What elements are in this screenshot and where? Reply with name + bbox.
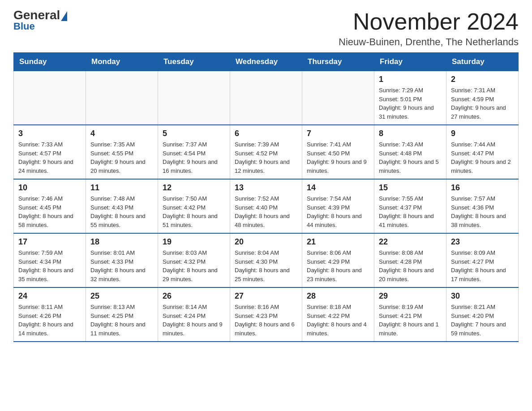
day-info: Sunrise: 7:55 AMSunset: 4:37 PMDaylight:…: [379, 194, 442, 229]
day-info: Sunrise: 7:29 AMSunset: 5:01 PMDaylight:…: [379, 86, 442, 121]
calendar-cell: [158, 71, 230, 125]
day-number: 18: [90, 237, 153, 247]
weekday-header-thursday: Thursday: [302, 53, 374, 71]
day-info: Sunrise: 8:21 AMSunset: 4:20 PMDaylight:…: [451, 303, 514, 338]
day-number: 20: [235, 237, 297, 247]
weekday-header-tuesday: Tuesday: [158, 53, 230, 71]
calendar-week-row: 17Sunrise: 7:59 AMSunset: 4:34 PMDayligh…: [14, 233, 519, 287]
calendar-cell: 3Sunrise: 7:33 AMSunset: 4:57 PMDaylight…: [14, 125, 86, 179]
day-number: 12: [163, 183, 225, 193]
calendar-cell: 18Sunrise: 8:01 AMSunset: 4:33 PMDayligh…: [86, 233, 158, 287]
day-info: Sunrise: 8:03 AMSunset: 4:32 PMDaylight:…: [163, 248, 225, 283]
day-number: 7: [307, 129, 369, 138]
calendar-cell: 8Sunrise: 7:43 AMSunset: 4:48 PMDaylight…: [374, 125, 446, 179]
day-info: Sunrise: 7:46 AMSunset: 4:45 PMDaylight:…: [18, 194, 81, 229]
calendar-cell: 2Sunrise: 7:31 AMSunset: 4:59 PMDaylight…: [446, 71, 519, 125]
day-info: Sunrise: 8:09 AMSunset: 4:27 PMDaylight:…: [451, 248, 514, 283]
day-number: 15: [379, 183, 442, 193]
calendar-cell: 1Sunrise: 7:29 AMSunset: 5:01 PMDaylight…: [374, 71, 446, 125]
calendar-table: SundayMondayTuesdayWednesdayThursdayFrid…: [13, 52, 519, 342]
day-info: Sunrise: 8:19 AMSunset: 4:21 PMDaylight:…: [379, 303, 442, 338]
day-info: Sunrise: 7:59 AMSunset: 4:34 PMDaylight:…: [18, 248, 81, 283]
calendar-cell: 12Sunrise: 7:50 AMSunset: 4:42 PMDayligh…: [158, 179, 230, 233]
day-info: Sunrise: 8:16 AMSunset: 4:23 PMDaylight:…: [235, 303, 297, 338]
day-number: 11: [90, 183, 153, 193]
day-info: Sunrise: 7:48 AMSunset: 4:43 PMDaylight:…: [90, 194, 153, 229]
day-info: Sunrise: 8:01 AMSunset: 4:33 PMDaylight:…: [90, 248, 153, 283]
calendar-cell: 19Sunrise: 8:03 AMSunset: 4:32 PMDayligh…: [158, 233, 230, 287]
day-info: Sunrise: 7:39 AMSunset: 4:52 PMDaylight:…: [235, 140, 297, 175]
calendar-week-row: 3Sunrise: 7:33 AMSunset: 4:57 PMDaylight…: [14, 125, 519, 179]
calendar-week-row: 10Sunrise: 7:46 AMSunset: 4:45 PMDayligh…: [14, 179, 519, 233]
day-info: Sunrise: 7:35 AMSunset: 4:55 PMDaylight:…: [90, 140, 153, 175]
calendar-cell: 17Sunrise: 7:59 AMSunset: 4:34 PMDayligh…: [14, 233, 86, 287]
month-title: November 2024: [339, 9, 519, 34]
calendar-cell: 24Sunrise: 8:11 AMSunset: 4:26 PMDayligh…: [14, 287, 86, 342]
day-info: Sunrise: 7:54 AMSunset: 4:39 PMDaylight:…: [307, 194, 369, 229]
calendar-cell: 14Sunrise: 7:54 AMSunset: 4:39 PMDayligh…: [302, 179, 374, 233]
day-info: Sunrise: 8:13 AMSunset: 4:25 PMDaylight:…: [90, 303, 153, 338]
day-info: Sunrise: 7:41 AMSunset: 4:50 PMDaylight:…: [307, 140, 369, 175]
day-number: 28: [307, 291, 369, 301]
calendar-cell: 5Sunrise: 7:37 AMSunset: 4:54 PMDaylight…: [158, 125, 230, 179]
calendar-cell: 29Sunrise: 8:19 AMSunset: 4:21 PMDayligh…: [374, 287, 446, 342]
day-number: 17: [18, 237, 81, 247]
day-number: 13: [235, 183, 297, 193]
calendar-cell: 6Sunrise: 7:39 AMSunset: 4:52 PMDaylight…: [230, 125, 302, 179]
day-info: Sunrise: 8:11 AMSunset: 4:26 PMDaylight:…: [18, 303, 81, 338]
day-number: 3: [18, 129, 81, 138]
calendar-cell: 13Sunrise: 7:52 AMSunset: 4:40 PMDayligh…: [230, 179, 302, 233]
day-number: 21: [307, 237, 369, 247]
day-info: Sunrise: 7:50 AMSunset: 4:42 PMDaylight:…: [163, 194, 225, 229]
calendar-cell: 16Sunrise: 7:57 AMSunset: 4:36 PMDayligh…: [446, 179, 519, 233]
day-number: 24: [18, 291, 81, 301]
calendar-cell: 26Sunrise: 8:14 AMSunset: 4:24 PMDayligh…: [158, 287, 230, 342]
calendar-week-row: 1Sunrise: 7:29 AMSunset: 5:01 PMDaylight…: [14, 71, 519, 125]
day-number: 9: [451, 129, 514, 138]
day-number: 19: [163, 237, 225, 247]
day-number: 26: [163, 291, 225, 301]
logo-blue-text: Blue: [13, 21, 35, 32]
calendar-cell: 7Sunrise: 7:41 AMSunset: 4:50 PMDaylight…: [302, 125, 374, 179]
calendar-cell: 4Sunrise: 7:35 AMSunset: 4:55 PMDaylight…: [86, 125, 158, 179]
day-info: Sunrise: 7:43 AMSunset: 4:48 PMDaylight:…: [379, 140, 442, 175]
weekday-header-wednesday: Wednesday: [230, 53, 302, 71]
day-info: Sunrise: 8:08 AMSunset: 4:28 PMDaylight:…: [379, 248, 442, 283]
calendar-cell: 20Sunrise: 8:04 AMSunset: 4:30 PMDayligh…: [230, 233, 302, 287]
logo-general-text: General: [13, 9, 67, 21]
title-area: November 2024 Nieuw-Buinen, Drenthe, The…: [339, 9, 519, 48]
calendar-header-row: SundayMondayTuesdayWednesdayThursdayFrid…: [14, 53, 519, 71]
day-info: Sunrise: 7:52 AMSunset: 4:40 PMDaylight:…: [235, 194, 297, 229]
day-info: Sunrise: 8:04 AMSunset: 4:30 PMDaylight:…: [235, 248, 297, 283]
calendar-cell: [302, 71, 374, 125]
day-number: 8: [379, 129, 442, 138]
day-info: Sunrise: 8:18 AMSunset: 4:22 PMDaylight:…: [307, 303, 369, 338]
calendar-cell: 27Sunrise: 8:16 AMSunset: 4:23 PMDayligh…: [230, 287, 302, 342]
day-info: Sunrise: 7:57 AMSunset: 4:36 PMDaylight:…: [451, 194, 514, 229]
calendar-cell: 23Sunrise: 8:09 AMSunset: 4:27 PMDayligh…: [446, 233, 519, 287]
calendar-cell: [14, 71, 86, 125]
day-number: 25: [90, 291, 153, 301]
logo: General Blue: [13, 9, 67, 32]
day-info: Sunrise: 7:33 AMSunset: 4:57 PMDaylight:…: [18, 140, 81, 175]
day-number: 10: [18, 183, 81, 193]
day-number: 30: [451, 291, 514, 301]
weekday-header-sunday: Sunday: [14, 53, 86, 71]
calendar-cell: 11Sunrise: 7:48 AMSunset: 4:43 PMDayligh…: [86, 179, 158, 233]
weekday-header-monday: Monday: [86, 53, 158, 71]
day-number: 22: [379, 237, 442, 247]
weekday-header-friday: Friday: [374, 53, 446, 71]
day-number: 16: [451, 183, 514, 193]
calendar-cell: 28Sunrise: 8:18 AMSunset: 4:22 PMDayligh…: [302, 287, 374, 342]
day-number: 4: [90, 129, 153, 138]
day-info: Sunrise: 7:31 AMSunset: 4:59 PMDaylight:…: [451, 86, 514, 121]
calendar-cell: 10Sunrise: 7:46 AMSunset: 4:45 PMDayligh…: [14, 179, 86, 233]
day-number: 6: [235, 129, 297, 138]
calendar-cell: 21Sunrise: 8:06 AMSunset: 4:29 PMDayligh…: [302, 233, 374, 287]
day-number: 14: [307, 183, 369, 193]
calendar-cell: [230, 71, 302, 125]
location-title: Nieuw-Buinen, Drenthe, The Netherlands: [339, 36, 519, 48]
calendar-week-row: 24Sunrise: 8:11 AMSunset: 4:26 PMDayligh…: [14, 287, 519, 342]
day-number: 23: [451, 237, 514, 247]
weekday-header-saturday: Saturday: [446, 53, 519, 71]
